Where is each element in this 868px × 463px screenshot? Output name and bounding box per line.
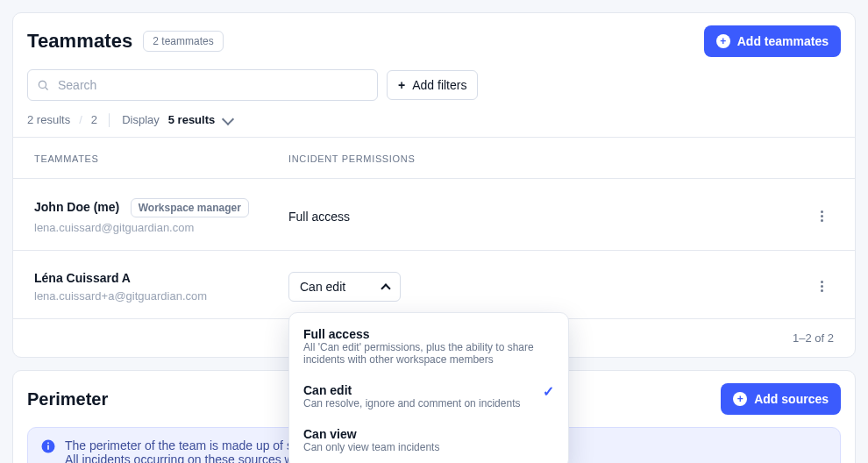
add-filters-button[interactable]: + Add filters	[387, 70, 478, 100]
col-permissions: INCIDENT PERMISSIONS	[288, 153, 781, 164]
display-value: 5 results	[168, 113, 215, 126]
table-row: Léna Cuissard A lena.cuissard+a@gitguard…	[13, 250, 855, 318]
results-total: 2	[91, 113, 97, 126]
option-desc: Can resolve, ignore and comment on incid…	[303, 397, 520, 410]
teammates-toolbar: + Add filters	[13, 64, 855, 113]
svg-rect-3	[47, 445, 49, 450]
search-icon	[37, 79, 49, 91]
permission-option-full-access[interactable]: Full access All 'Can edit' permissions, …	[289, 318, 568, 374]
teammates-card: Teammates 2 teammates + Add teammates + …	[12, 12, 856, 358]
perimeter-title: Perimeter	[27, 389, 108, 410]
plus-circle-icon: +	[733, 392, 747, 406]
add-sources-button[interactable]: + Add sources	[721, 383, 841, 415]
kebab-icon	[821, 281, 823, 292]
option-desc: All 'Can edit' permissions, plus the abi…	[303, 341, 554, 366]
permission-select-value: Can edit	[300, 280, 345, 294]
results-count: 2 results	[27, 113, 70, 126]
permission-dropdown[interactable]: Full access All 'Can edit' permissions, …	[288, 312, 569, 464]
results-range: 1–2 of 2	[793, 331, 834, 345]
plus-icon: +	[398, 78, 405, 92]
permission-select[interactable]: Can edit	[288, 272, 401, 302]
search-input-wrapper[interactable]	[27, 69, 378, 101]
chevron-up-icon	[381, 283, 390, 293]
row-actions-button[interactable]	[809, 204, 834, 229]
table-row: John Doe (me) Workspace manager lena.cui…	[13, 178, 855, 250]
option-title: Full access	[303, 327, 554, 341]
search-input[interactable]	[56, 77, 368, 93]
page-title: Teammates	[27, 30, 132, 53]
info-icon	[40, 438, 56, 454]
permission-option-can-edit[interactable]: Can edit Can resolve, ignore and comment…	[289, 374, 568, 418]
chevron-down-icon	[222, 113, 234, 125]
add-teammates-label: Add teammates	[737, 34, 829, 48]
plus-circle-icon: +	[716, 34, 730, 48]
svg-point-0	[39, 81, 46, 88]
add-sources-label: Add sources	[754, 392, 829, 406]
row-actions-button[interactable]	[809, 274, 834, 299]
kebab-icon	[821, 210, 823, 222]
teammate-email: lena.cuissard@gitguardian.com	[34, 221, 288, 234]
option-title: Can view	[303, 427, 439, 441]
svg-line-1	[46, 88, 48, 90]
add-teammates-button[interactable]: + Add teammates	[704, 25, 841, 57]
table-head: TEAMMATES INCIDENT PERMISSIONS	[13, 137, 855, 178]
results-meta: 2 results / 2 │ Display 5 results	[13, 113, 855, 137]
teammate-email: lena.cuissard+a@gitguardian.com	[34, 289, 288, 303]
teammate-name: John Doe (me)	[34, 200, 119, 214]
col-teammates: TEAMMATES	[34, 153, 288, 164]
display-label: Display	[122, 113, 160, 126]
option-title: Can edit	[303, 383, 520, 397]
teammates-count-pill: 2 teammates	[143, 31, 223, 52]
teammates-header: Teammates 2 teammates + Add teammates	[13, 13, 855, 64]
add-filters-label: Add filters	[412, 78, 466, 92]
check-icon: ✓	[543, 383, 554, 400]
option-desc: Can only view team incidents	[303, 441, 439, 453]
permission-text: Full access	[288, 210, 781, 224]
display-select[interactable]: 5 results	[168, 113, 232, 126]
teammate-name: Léna Cuissard A	[34, 271, 131, 285]
role-badge: Workspace manager	[131, 198, 249, 217]
permission-option-can-view[interactable]: Can view Can only view team incidents	[289, 418, 568, 462]
svg-rect-4	[47, 443, 49, 445]
